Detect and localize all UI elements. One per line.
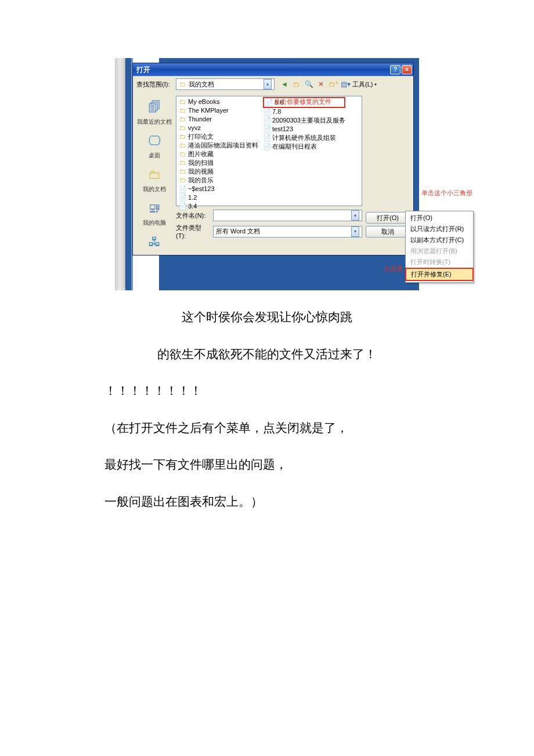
document-icon: 📄 xyxy=(179,203,186,210)
file-name: 我的音乐 xyxy=(188,176,214,185)
chevron-down-icon[interactable]: ▾ xyxy=(374,82,377,87)
place-mycomputer[interactable]: 🖳 我的电脑 xyxy=(136,199,172,227)
open-dropdown-menu: 打开(O) 以只读方式打开(R) 以副本方式打开(C) 用浏览器打开(B) 打开… xyxy=(405,211,474,283)
dialog-buttons: 打开(O) ▾ 取消 xyxy=(366,96,410,251)
document-icon: 📄 xyxy=(179,194,186,201)
up-icon[interactable]: 🗀 xyxy=(291,79,302,89)
file-area: 🗀My eBooks🗀The KMPlayer🗀Thunder🗀vyvz🗀打印论… xyxy=(176,96,362,251)
chevron-down-icon[interactable]: ▾ xyxy=(264,79,272,89)
file-item[interactable]: 🗀我的视频 xyxy=(179,167,258,176)
lookin-combo[interactable]: 🗀 我的文档 ▾ xyxy=(176,78,275,90)
search-icon[interactable]: 🔍 xyxy=(304,79,314,89)
folder-icon: 🗀 xyxy=(145,165,164,184)
bottom-rows: 文件名(N): ▾ 文件类型(T): 所有 Word 文档 xyxy=(176,206,362,240)
folder-icon: 🗀 xyxy=(179,133,186,141)
folder-icon: 🗀 xyxy=(179,159,186,167)
menu-browser: 用浏览器打开(B) xyxy=(406,246,473,257)
text-line-4: （在打开文件之后有个菜单，点关闭就是了， xyxy=(104,419,430,438)
document-icon: 📄 xyxy=(265,99,273,106)
computer-icon: 🖳 xyxy=(145,199,164,218)
newfolder-icon[interactable]: 🗀* xyxy=(328,79,338,89)
article-text: 这个时侯你会发现让你心惊肉跳 的欲生不成欲死不能的文件又活过来了！ ！！！！！！… xyxy=(104,308,430,512)
open-button[interactable]: 打开(O) ▾ xyxy=(366,212,410,224)
dialog-toolbar: ◄ 🗀 🔍 ✕ 🗀* ▤▾ 工具(L) ▾ xyxy=(279,79,377,89)
file-item[interactable]: 🗀vyvz xyxy=(179,124,258,132)
screenshot-figure: 打开 ? × 查找范围(I): 🗀 我的文档 ▾ ◄ 🗀 🔍 xyxy=(115,58,419,290)
filename-input[interactable]: ▾ xyxy=(213,210,362,221)
file-item[interactable]: 🗀The KMPlayer xyxy=(179,106,258,115)
file-item[interactable]: 🗀图片收藏 xyxy=(179,150,258,159)
delete-icon[interactable]: ✕ xyxy=(316,79,326,89)
lookin-row: 查找范围(I): 🗀 我的文档 ▾ ◄ 🗀 🔍 ✕ 🗀* ▤▾ 工具(L) xyxy=(133,76,413,92)
file-item[interactable]: 📄计算机硬件系统及组装 xyxy=(263,134,345,142)
text-line-1: 这个时侯你会发现让你心惊肉跳 xyxy=(104,308,430,327)
file-name: Thunder xyxy=(188,115,212,124)
menu-readonly[interactable]: 以只读方式打开(R) xyxy=(406,224,473,235)
folder-icon: 🗀 xyxy=(179,81,186,88)
places-bar: 🗐 我最近的文档 🖵 桌面 🗀 我的文档 🖳 xyxy=(136,96,172,251)
chevron-down-icon[interactable]: ▾ xyxy=(351,226,359,237)
place-network[interactable]: 🖧 xyxy=(136,233,172,251)
document-icon: 📄 xyxy=(263,134,270,142)
help-button[interactable]: ? xyxy=(390,65,400,74)
file-item[interactable]: 🗀Thunder xyxy=(179,115,258,124)
folder-icon: 🗀 xyxy=(179,150,186,158)
document-icon: 📄 xyxy=(263,117,270,124)
file-name: ~$est123 xyxy=(188,185,215,193)
file-name: 20090303主要项目及服务 xyxy=(272,116,345,125)
text-line-5: 最好找一下有文件哪里出的问题， xyxy=(104,455,430,475)
menu-repair[interactable]: 打开并修复(E) xyxy=(405,268,474,281)
place-mydocs[interactable]: 🗀 我的文档 xyxy=(136,165,172,193)
file-item[interactable]: 🗀My eBooks xyxy=(179,98,258,106)
tools-menu[interactable]: 工具(L) xyxy=(352,80,373,89)
filetype-select[interactable]: 所有 Word 文档 ▾ xyxy=(213,226,362,237)
menu-copy[interactable]: 以副本方式打开(C) xyxy=(406,235,473,246)
file-name: 7.8 xyxy=(272,107,281,116)
ruler xyxy=(115,58,125,290)
file-item[interactable]: 📄在编期刊日程表 xyxy=(263,142,345,151)
file-item[interactable]: 🗀港渝国际物流园项目资料 xyxy=(179,141,258,150)
back-icon[interactable]: ◄ xyxy=(279,79,290,89)
file-name: test123 xyxy=(272,125,293,134)
file-column-2: 📄5.6📄7.8📄20090303主要项目及服务📄test123📄计算机硬件系统… xyxy=(263,98,345,204)
folder-icon: 🗀 xyxy=(179,98,186,106)
file-item[interactable]: 🗀打印论文 xyxy=(179,132,258,141)
dialog-body: 🗐 我最近的文档 🖵 桌面 🗀 我的文档 🖳 xyxy=(133,92,413,255)
views-icon[interactable]: ▤▾ xyxy=(340,79,351,89)
file-list[interactable]: 🗀My eBooks🗀The KMPlayer🗀Thunder🗀vyvz🗀打印论… xyxy=(176,96,362,206)
file-item[interactable]: 📄7.8 xyxy=(263,107,345,116)
dialog-titlebar[interactable]: 打开 ? × xyxy=(133,63,413,76)
file-name: 我的扫描 xyxy=(188,159,214,167)
folder-icon: 🗀 xyxy=(179,124,186,132)
network-icon: 🖧 xyxy=(145,233,164,251)
folder-icon: 🗀 xyxy=(179,177,186,184)
document-page: 打开 ? × 查找范围(I): 🗀 我的文档 ▾ ◄ 🗀 🔍 xyxy=(0,58,534,512)
chevron-down-icon[interactable]: ▾ xyxy=(351,210,359,221)
text-line-3: ！！！！！！！！ xyxy=(104,381,430,401)
document-icon: 📄 xyxy=(179,185,186,193)
filename-label: 文件名(N): xyxy=(176,211,210,220)
file-item[interactable]: 📄~$est123 xyxy=(179,185,258,193)
menu-open[interactable]: 打开(O) xyxy=(406,213,473,224)
dialog-title: 打开 xyxy=(136,65,150,75)
document-icon: 📄 xyxy=(263,143,270,150)
cancel-button[interactable]: 取消 xyxy=(366,226,410,237)
file-item[interactable]: 📄3.4 xyxy=(179,202,258,211)
file-item[interactable]: 📄20090303主要项目及服务 xyxy=(263,116,345,125)
close-button[interactable]: × xyxy=(402,65,412,74)
file-item[interactable]: 📄test123 xyxy=(263,125,345,134)
file-name: 图片收藏 xyxy=(188,150,214,159)
filename-row: 文件名(N): ▾ xyxy=(176,210,362,221)
file-name: The KMPlayer xyxy=(188,106,229,115)
document-icon: 📄 xyxy=(263,108,270,116)
place-desktop[interactable]: 🖵 桌面 xyxy=(136,132,172,160)
menu-transform: 打开时转换(T) xyxy=(406,257,473,268)
file-item[interactable]: 📄1.2 xyxy=(179,193,258,202)
file-name: 港渝国际物流园项目资料 xyxy=(188,141,258,150)
folder-icon: 🗀 xyxy=(179,107,186,114)
file-item[interactable]: 🗀我的音乐 xyxy=(179,176,258,185)
file-item[interactable]: 🗀我的扫描 xyxy=(179,159,258,167)
place-recent[interactable]: 🗐 我最近的文档 xyxy=(136,98,172,126)
document-icon: 📄 xyxy=(263,125,270,133)
annotation-click-file: 单击你要修复的文件 xyxy=(274,98,331,106)
